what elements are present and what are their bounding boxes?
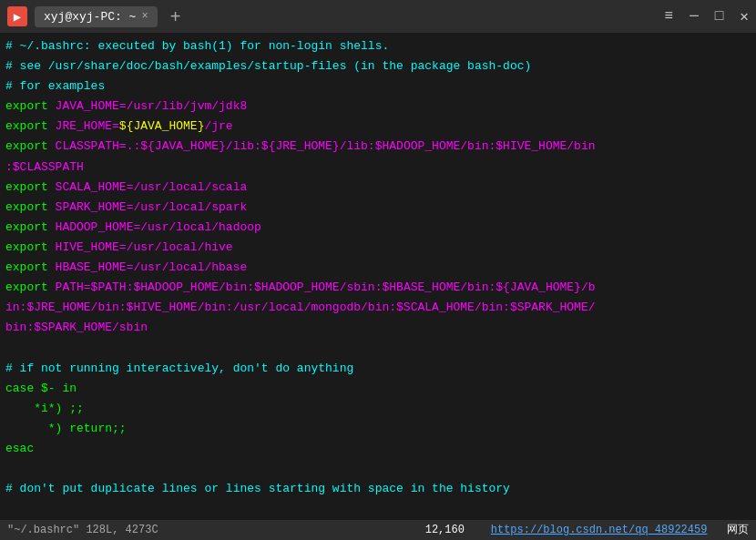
terminal-icon-symbol: ▶ [14,9,21,25]
titlebar: ▶ xyj@xyj-PC: ~ × + ≡ ─ □ ✕ [0,0,756,33]
terminal-line: in:$JRE_HOME/bin:$HIVE_HOME/bin:/usr/loc… [5,298,751,318]
tab-label: xyj@xyj-PC: ~ [44,10,136,24]
terminal-line: # for examples [5,76,751,97]
terminal-line: export HIVE_HOME=/usr/local/hive [5,238,751,258]
position-value: 12,160 [425,524,465,536]
terminal-line: # don't put duplicate lines or lines sta… [5,479,751,499]
maximize-icon[interactable]: □ [715,8,724,25]
terminal-line [5,459,751,479]
terminal-line: # see /usr/share/doc/bash/examples/start… [5,56,751,76]
terminal-line: export SPARK_HOME=/usr/local/spark [5,198,751,218]
terminal-line: # if not running interactively, don't do… [5,359,751,379]
terminal-line: # ~/.bashrc: executed by bash(1) for non… [5,36,751,56]
terminal-line: bin:$SPARK_HOME/sbin [5,318,751,338]
terminal-line: export HADOOP_HOME=/usr/local/hadoop [5,218,751,238]
terminal-line: *i*) ;; [5,399,751,419]
close-icon[interactable]: ✕ [740,7,749,25]
tab-close-button[interactable]: × [141,10,148,23]
new-tab-button[interactable]: + [165,5,187,27]
menu-icon[interactable]: ≡ [665,8,674,25]
terminal-line: *) return;; [5,419,751,439]
terminal-line: esac [5,439,751,459]
terminal-icon[interactable]: ▶ [7,6,27,26]
extra-label: 网页 [727,524,749,536]
terminal-line [5,338,751,358]
terminal-line: export PATH=$PATH:$HADOOP_HOME/bin:$HADO… [5,278,751,298]
cursor-position: 12,160 https://blog.csdn.net/qq_48922459… [425,521,749,539]
terminal-line: export SCALA_HOME=/usr/local/scala [5,178,751,198]
terminal-line: export HBASE_HOME=/usr/local/hbase [5,258,751,278]
titlebar-controls: ≡ ─ □ ✕ [665,7,749,25]
terminal-line: export CLASSPATH=.:${JAVA_HOME}/lib:${JR… [5,137,751,157]
minimize-icon[interactable]: ─ [690,8,699,25]
tab-active[interactable]: xyj@xyj-PC: ~ × [35,6,158,27]
terminal-area: # ~/.bashrc: executed by bash(1) for non… [0,33,756,540]
url-link[interactable]: https://blog.csdn.net/qq_48922459 [491,524,708,536]
terminal-line: export JAVA_HOME=/usr/lib/jvm/jdk8 [5,97,751,117]
terminal-line: export JRE_HOME=${JAVA_HOME}/jre [5,117,751,137]
status-bar: "~/.bashrc" 128L, 4273C 12,160 https://b… [0,520,756,540]
terminal-line: case $- in [5,379,751,399]
terminal-line: :$CLASSPATH [5,158,751,178]
file-info: "~/.bashrc" 128L, 4273C [7,521,158,539]
